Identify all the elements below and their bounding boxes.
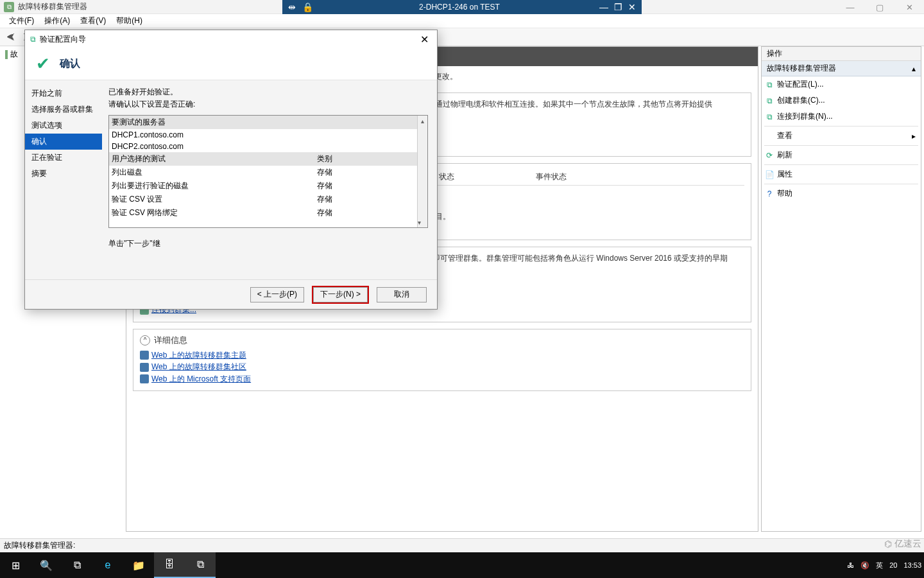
back-button[interactable]: ⮜ <box>4 30 18 44</box>
outer-close-button[interactable]: ✕ <box>894 0 924 14</box>
wizard-listbox: 要测试的服务器 DHCP1.contoso.com DHCP2.contoso.… <box>108 115 428 228</box>
cancel-button[interactable]: 取消 <box>377 287 427 302</box>
ime-label[interactable]: 英 <box>876 561 883 570</box>
details-panel: ^详细信息 Web 上的故障转移群集主题 Web 上的故障转移群集社区 Web … <box>133 329 751 392</box>
action-create[interactable]: ⧉创建群集(C)... <box>762 92 921 109</box>
server-manager-button[interactable]: 🗄 <box>154 552 185 578</box>
wizard-icon: ⧉ <box>30 35 36 44</box>
cluster-manager-button[interactable]: ⧉ <box>185 552 216 578</box>
create-action-icon: ⧉ <box>764 96 774 106</box>
scroll-down-icon[interactable]: ▾ <box>418 217 421 227</box>
action-help[interactable]: ?帮助 <box>762 186 921 202</box>
cluster-tree-icon <box>5 50 8 59</box>
web-icon <box>140 363 149 372</box>
test-row: 列出要进行验证的磁盘存储 <box>109 179 417 193</box>
web-icon <box>140 351 149 360</box>
system-tray: 🖧 🔇 英 20 13:53 <box>847 552 921 578</box>
outer-window-controls: — ▢ ✕ <box>835 0 924 14</box>
vm-restore-icon[interactable]: ❐ <box>613 3 622 12</box>
submenu-arrow-icon: ▸ <box>912 132 916 141</box>
search-button[interactable]: 🔍 <box>31 552 62 578</box>
wizard-step-title: 确认 <box>60 57 80 71</box>
wizard-big-icon: ✔ <box>33 54 53 74</box>
menu-view[interactable]: 查看(V) <box>76 14 110 28</box>
wizard-close-button[interactable]: ✕ <box>416 33 432 46</box>
scroll-up-icon[interactable]: ▴ <box>418 116 427 126</box>
action-connect[interactable]: ⧉连接到群集(N)... <box>762 109 921 125</box>
server-row-2: DHCP2.contoso.com <box>112 142 317 151</box>
link-web-topics[interactable]: Web 上的故障转移群集主题 <box>140 350 246 361</box>
link-web-community[interactable]: Web 上的故障转移群集社区 <box>140 362 246 372</box>
web-icon <box>140 374 149 383</box>
action-validate[interactable]: ⧉验证配置(L)... <box>762 76 921 92</box>
wizard-main: 已准备好开始验证。 请确认以下设置是否正确: 要测试的服务器 DHCP1.con… <box>102 80 437 279</box>
connect-action-icon: ⧉ <box>764 112 774 122</box>
outer-minimize-button[interactable]: — <box>835 0 865 14</box>
validate-action-icon: ⧉ <box>764 80 774 90</box>
collapse-arrow-icon[interactable]: ▴ <box>912 64 916 73</box>
wizard-title: 验证配置向导 <box>40 34 86 45</box>
menubar: 文件(F) 操作(A) 查看(V) 帮助(H) <box>0 14 924 28</box>
taskview-button[interactable]: ⧉ <box>62 552 92 578</box>
step-before[interactable]: 开始之前 <box>25 85 102 101</box>
wizard-hint: 单击"下一步"继 <box>108 238 428 249</box>
collapse-icon[interactable]: ^ <box>140 335 150 346</box>
link-web-support[interactable]: Web 上的 Microsoft 支持页面 <box>140 374 251 385</box>
statusbar: 故障转移群集管理器: <box>0 538 924 552</box>
wizard-nav: 开始之前 选择服务器或群集 测试选项 确认 正在验证 摘要 <box>25 80 102 279</box>
watermark: ⌬亿速云 <box>884 538 921 550</box>
step-validating[interactable]: 正在验证 <box>25 150 102 166</box>
explorer-button[interactable]: 📁 <box>123 552 154 578</box>
step-summary[interactable]: 摘要 <box>25 166 102 182</box>
vm-titlebar: ⇹ 🔒 2-DHCP1-246 on TEST — ❐ ✕ <box>282 0 642 14</box>
menu-action[interactable]: 操作(A) <box>40 14 74 28</box>
step-confirm[interactable]: 确认 <box>25 134 102 150</box>
tests-col2: 类别 <box>317 153 415 164</box>
action-refresh[interactable]: ⟳刷新 <box>762 147 921 163</box>
tray-network-icon[interactable]: 🖧 <box>847 561 854 569</box>
tree-panel: 故 <box>5 49 18 60</box>
listbox-scrollbar[interactable]: ▴ ▾ <box>417 116 427 227</box>
cluster-icon: ⧉ <box>4 2 14 12</box>
ready-text-2: 请确认以下设置是否正确: <box>108 99 428 110</box>
wizard-header: ✔ 确认 <box>25 48 437 80</box>
test-row: 验证 CSV 网络绑定存储 <box>109 206 417 220</box>
step-select[interactable]: 选择服务器或群集 <box>25 101 102 118</box>
servers-hdr: 要测试的服务器 <box>112 117 317 128</box>
tree-node-label[interactable]: 故 <box>10 49 18 60</box>
ime-num: 20 <box>889 561 897 569</box>
menu-file[interactable]: 文件(F) <box>5 14 38 28</box>
col-event: 事件状态 <box>532 169 693 186</box>
pin-icon[interactable]: ⇹ <box>287 3 296 12</box>
next-button[interactable]: 下一步(N) > <box>313 287 368 302</box>
tray-volume-icon[interactable]: 🔇 <box>860 561 869 570</box>
prev-button[interactable]: < 上一步(P) <box>250 287 304 302</box>
ie-button[interactable]: e <box>92 552 123 578</box>
menu-help[interactable]: 帮助(H) <box>112 14 146 28</box>
wizard-dialog: ⧉ 验证配置向导 ✕ ✔ 确认 开始之前 选择服务器或群集 测试选项 确认 正在… <box>24 30 438 310</box>
props-icon: 📄 <box>764 170 774 180</box>
step-tests[interactable]: 测试选项 <box>25 118 102 134</box>
tests-col1: 用户选择的测试 <box>112 153 317 164</box>
action-view[interactable]: 查看▸ <box>762 128 921 144</box>
vm-minimize-icon[interactable]: — <box>599 3 608 12</box>
ready-text-1: 已准备好开始验证。 <box>108 87 428 98</box>
clock[interactable]: 13:53 <box>903 561 921 569</box>
taskbar: ⊞ 🔍 ⧉ e 📁 🗄 ⧉ 🖧 🔇 英 20 13:53 <box>0 552 924 578</box>
wizard-buttons: < 上一步(P) 下一步(N) > 取消 <box>25 279 437 309</box>
outer-maximize-button[interactable]: ▢ <box>865 0 894 14</box>
action-props[interactable]: 📄属性 <box>762 166 921 182</box>
watermark-icon: ⌬ <box>884 539 892 549</box>
vm-close-icon[interactable]: ✕ <box>628 3 637 12</box>
mmc-title: 故障转移群集管理器 <box>18 1 87 12</box>
vm-title: 2-DHCP1-246 on TEST <box>320 3 599 12</box>
test-row: 验证 CSV 设置存储 <box>109 193 417 206</box>
details-header: 详细信息 <box>154 335 187 346</box>
help-icon: ? <box>764 189 774 199</box>
wizard-titlebar: ⧉ 验证配置向导 ✕ <box>25 30 437 48</box>
actions-header: 操作 <box>762 47 921 61</box>
start-button[interactable]: ⊞ <box>0 552 31 578</box>
lock-icon[interactable]: 🔒 <box>303 3 312 12</box>
refresh-icon: ⟳ <box>764 150 774 161</box>
server-row-1: DHCP1.contoso.com <box>112 130 317 139</box>
